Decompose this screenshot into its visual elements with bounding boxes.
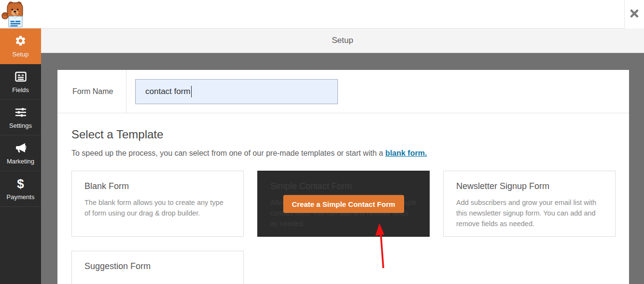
wpforms-logo-icon bbox=[1, 1, 28, 28]
form-list-icon bbox=[14, 70, 27, 83]
template-card-newsletter-signup-form[interactable]: Newsletter Signup Form Add subscribers a… bbox=[443, 171, 616, 237]
sidebar-item-fields[interactable]: Fields bbox=[0, 64, 41, 100]
section-heading: Select a Template bbox=[71, 128, 615, 141]
setup-header-bar: Setup bbox=[41, 28, 644, 53]
builder-sidebar: Setup Fields Settings bbox=[0, 28, 41, 284]
template-card-simple-contact-form[interactable]: Simple Contact Form Allow your users to … bbox=[257, 171, 430, 237]
template-card-suggestion-form[interactable]: Suggestion Form bbox=[71, 251, 244, 284]
form-name-row: Form Name contact form bbox=[57, 70, 629, 113]
close-button[interactable] bbox=[624, 0, 644, 28]
form-name-input[interactable]: contact form bbox=[135, 79, 338, 104]
close-icon bbox=[630, 9, 639, 20]
card-description: Add subscribers and grow your email list… bbox=[456, 198, 602, 229]
dollar-icon: $ bbox=[14, 177, 27, 190]
top-bar bbox=[0, 0, 644, 28]
form-name-label: Form Name bbox=[57, 70, 126, 113]
sidebar-item-settings[interactable]: Settings bbox=[0, 100, 41, 135]
card-title: Simple Contact Form bbox=[270, 181, 417, 191]
text-caret bbox=[191, 86, 192, 97]
template-section: Select a Template To speed up the proces… bbox=[57, 113, 629, 284]
gear-icon bbox=[14, 35, 27, 47]
card-title: Blank Form bbox=[84, 181, 231, 191]
megaphone-icon bbox=[14, 142, 27, 154]
blank-form-link[interactable]: blank form. bbox=[385, 149, 427, 157]
sidebar-item-label: Setup bbox=[13, 51, 29, 58]
sidebar-item-label: Marketing bbox=[7, 158, 34, 165]
template-cards: Blank Form The blank form allows you to … bbox=[71, 171, 615, 284]
card-description: The blank form allows you to create any … bbox=[84, 198, 231, 219]
section-intro: To speed up the process, you can select … bbox=[71, 149, 615, 158]
sidebar-item-payments[interactable]: $ Payments bbox=[0, 171, 41, 207]
page-title: Setup bbox=[332, 36, 353, 45]
template-card-blank-form[interactable]: Blank Form The blank form allows you to … bbox=[71, 171, 244, 237]
sidebar-item-label: Fields bbox=[12, 86, 29, 94]
sliders-icon bbox=[14, 106, 27, 119]
card-title: Suggestion Form bbox=[84, 261, 231, 271]
create-simple-contact-form-button[interactable]: Create a Simple Contact Form bbox=[283, 195, 404, 213]
setup-panel: Form Name contact form Select a Template… bbox=[57, 70, 629, 284]
card-title: Newsletter Signup Form bbox=[456, 181, 602, 191]
sidebar-item-label: Payments bbox=[7, 193, 35, 201]
sidebar-item-label: Settings bbox=[9, 122, 32, 129]
main-area: Form Name contact form Select a Template… bbox=[41, 53, 644, 284]
sidebar-item-setup[interactable]: Setup bbox=[0, 28, 41, 64]
sidebar-item-marketing[interactable]: Marketing bbox=[0, 135, 41, 171]
form-name-value: contact form bbox=[145, 87, 191, 96]
